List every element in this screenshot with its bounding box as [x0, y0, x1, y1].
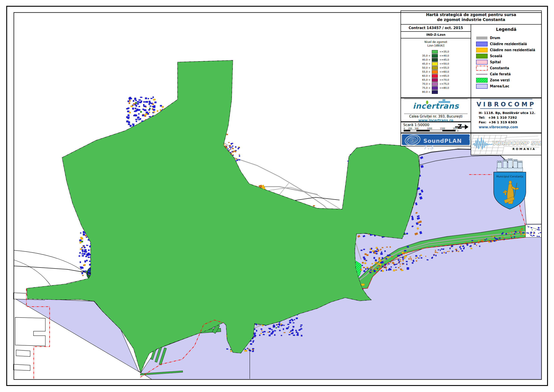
noise-map-sheet: Municipiul Constanța Hartă strategică de… — [0, 0, 554, 392]
noise-range-upper: <=50,0 — [438, 62, 453, 66]
soundplan-box: © SoundPLAN 7.3 64 Bit — [401, 133, 471, 146]
vibrocomp-box: VIBROCOMP H- 1118. Bp, Bozókvár utca 12.… — [471, 98, 542, 133]
noise-color-swatch — [432, 54, 438, 58]
svg-text:©: © — [411, 139, 413, 141]
noise-range-upper: <=40,0 — [438, 54, 453, 58]
divider — [404, 113, 468, 114]
incertrans-logo-blue-cab — [443, 99, 445, 101]
legend-item-label: Scoală — [490, 54, 502, 58]
noise-range-upper: <=55,0 — [438, 66, 453, 70]
legend-item-label: Marea/Lac — [490, 84, 509, 88]
noise-scale-row: 60,0 <<=65,0 — [419, 74, 453, 78]
incertrans-logo-text: incertrans — [413, 101, 459, 110]
legend-item-greenzone: Zone verzi — [471, 77, 541, 83]
soundplan-spiral-icon: © — [403, 134, 422, 146]
noise-range-lower — [419, 50, 432, 54]
noise-range-lower: 35,0 < — [419, 54, 432, 58]
scale-box: Scară 1:50000 0250500100015002000m Z — [401, 122, 471, 133]
noise-range-lower: 50,0 < — [419, 66, 432, 70]
incertrans-box: incertrans Calea Griviței nr. 393, Bucur… — [401, 98, 471, 122]
school-swatch-icon — [476, 54, 488, 59]
noise-range-upper: <=45,0 — [438, 58, 453, 62]
water-swatch-icon — [476, 84, 488, 89]
noise-scale-row: 40,0 <<=45,0 — [419, 58, 453, 62]
noise-range-upper: <=60,0 — [438, 70, 453, 74]
svg-text:500: 500 — [415, 127, 418, 130]
divider — [404, 99, 468, 99]
noise-scale-row: 75,0 <<=80,0 — [419, 86, 453, 90]
legend-item-hospital: Spital — [471, 59, 541, 65]
noise-range-lower: 45,0 < — [419, 62, 432, 66]
noise-color-swatch — [432, 58, 438, 62]
greenzone-swatch-icon — [476, 78, 488, 83]
noise-range-upper: <=35,0 — [438, 50, 453, 54]
divider — [480, 108, 532, 109]
legend-item-label: Cale ferată — [490, 72, 511, 76]
vibrocomp-website-link[interactable]: www.vibrocomp.com — [479, 125, 541, 129]
legend-items: DrumClădire rezidentialăClădire non rezi… — [471, 35, 541, 89]
nonres-swatch-icon — [476, 48, 488, 53]
noise-scale-row: 80,0 < — [419, 90, 453, 94]
vibrocomp-srl-logo: VIBROCOMP SRL ROMANIA — [471, 133, 541, 155]
soundplan-name: SoundPLAN 7.3 — [423, 138, 470, 151]
noise-range-upper: <=75,0 — [438, 82, 453, 86]
scale-bar: 0250500100015002000m — [404, 127, 459, 133]
noise-scale-title-line2: Lzsn [dB(A)] — [401, 44, 471, 47]
divider — [480, 99, 532, 99]
road-swatch-icon — [476, 35, 488, 41]
noise-scale-row: 70,0 <<=75,0 — [419, 82, 453, 86]
map-title-line1: Hartă strategică de zgomot pentru sursa — [401, 13, 541, 17]
railway-swatch-icon — [476, 72, 488, 77]
map-code: IND-Z-Lzsn — [401, 32, 471, 36]
incertrans-logo-green-dot — [426, 101, 428, 104]
legend-item-water: Marea/Lac — [471, 83, 541, 89]
legend-item-road: Drum — [471, 35, 541, 41]
noise-range-upper: <=80,0 — [438, 86, 453, 90]
vibrocomp-srl-box: VIBROCOMP SRL ROMANIA — [471, 133, 542, 155]
noise-scale-row: 50,0 <<=55,0 — [419, 66, 453, 70]
vibrocomp-tel-label: Tel: — [479, 116, 485, 119]
boundary-swatch-icon — [476, 66, 488, 71]
title-box: Hartă strategică de zgomot pentru sursa … — [401, 11, 542, 25]
map-title-line2: de zgomot industrie Constanta — [401, 17, 541, 22]
noise-color-swatch — [432, 90, 438, 94]
noise-color-swatch — [432, 82, 438, 86]
noise-range-lower: 60,0 < — [419, 74, 432, 78]
noise-range-upper: <=65,0 — [438, 74, 453, 78]
vibrocomp-srl-country: ROMANIA — [512, 147, 536, 151]
constanta-coat-of-arms: Municipiul Constanța — [494, 159, 526, 209]
legend-item-label: Zone verzi — [490, 78, 510, 82]
incertrans-logo: incertrans — [401, 101, 471, 113]
residential-swatch-icon — [476, 42, 488, 47]
svg-text:250: 250 — [408, 127, 412, 130]
noise-scale-row: 65,0 <<=70,0 — [419, 78, 453, 82]
scale-label: Scară 1:50000 — [403, 123, 429, 127]
coat-of-arms-label: Municipiul Constanța — [496, 175, 523, 178]
noise-range-lower: 55,0 < — [419, 70, 432, 74]
vibrocomp-fax-label: Fax: — [479, 120, 486, 124]
contract-number: Contract 143457 / oct. 2015 — [401, 25, 471, 30]
legend-item-railway: Cale ferată — [471, 71, 541, 77]
noise-color-swatch — [432, 70, 438, 74]
legend-item-label: Drum — [490, 36, 500, 40]
noise-color-swatch — [432, 62, 438, 66]
vibrocomp-srl-name: VIBROCOMP SRL — [492, 140, 541, 146]
noise-scale-row: 35,0 <<=40,0 — [419, 54, 453, 58]
noise-color-swatch — [432, 50, 438, 54]
noise-scale-row: 55,0 <<=60,0 — [419, 70, 453, 74]
legend-item-label: Clădire non rezidentială — [490, 48, 535, 52]
map-code-box: IND-Z-Lzsn — [401, 31, 471, 38]
soundplan-banner: © SoundPLAN 7.3 64 Bit — [402, 134, 470, 145]
noise-color-swatch — [432, 86, 438, 90]
noise-scale-row: <=35,0 — [419, 50, 453, 54]
legend-item-school: Scoală — [471, 53, 541, 59]
noise-range-lower: 65,0 < — [419, 78, 432, 82]
noise-scale-title-line1: Nivel de zgomot — [401, 40, 471, 44]
noise-range-upper: <=70,0 — [438, 78, 453, 82]
legend-item-boundary: Constanta — [471, 65, 541, 71]
legend-item-residential: Clădire rezidentială — [471, 41, 541, 47]
noise-scale-box: Nivel de zgomot Lzsn [dB(A)] <=35,035,0 … — [401, 38, 471, 98]
noise-range-upper — [438, 90, 453, 94]
noise-color-swatch — [432, 78, 438, 82]
svg-text:1000: 1000 — [427, 127, 432, 130]
